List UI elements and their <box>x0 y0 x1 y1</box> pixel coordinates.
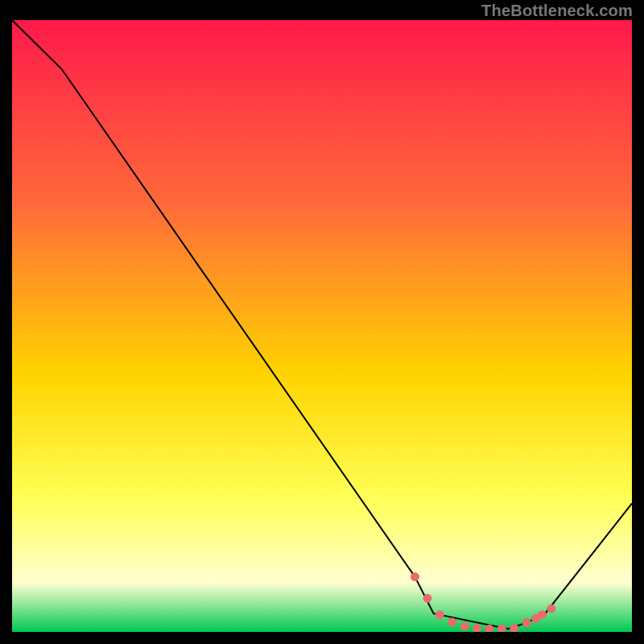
marker-point <box>473 624 481 632</box>
marker-point <box>522 619 530 627</box>
gradient-background <box>12 20 632 632</box>
marker-point <box>538 611 546 619</box>
plot-area <box>12 20 632 632</box>
marker-point <box>436 611 444 619</box>
marker-point <box>485 625 493 632</box>
watermark-label: TheBottleneck.com <box>481 2 633 20</box>
chart-stage: TheBottleneck.com <box>0 0 644 644</box>
marker-point <box>448 618 456 626</box>
marker-point <box>423 594 431 602</box>
marker-point <box>497 625 506 632</box>
marker-point <box>547 605 555 613</box>
marker-point <box>411 573 419 581</box>
marker-point <box>510 624 518 632</box>
chart-svg <box>12 20 632 632</box>
marker-point <box>460 622 469 630</box>
